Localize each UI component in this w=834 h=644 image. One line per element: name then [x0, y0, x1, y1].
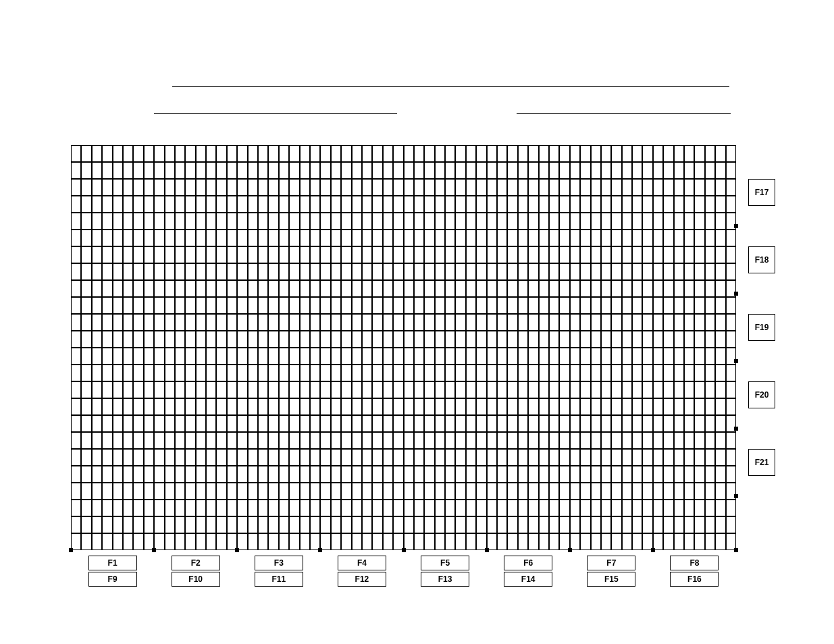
bottom-tick: [402, 548, 406, 552]
fkey-f9[interactable]: F9: [88, 572, 137, 587]
fkey-f21[interactable]: F21: [748, 449, 775, 476]
fkey-f20[interactable]: F20: [748, 381, 775, 408]
bottom-tick: [69, 548, 73, 552]
fkey-f7[interactable]: F7: [587, 556, 635, 570]
bottom-tick: [235, 548, 239, 552]
subheader-left-underline: [154, 113, 397, 114]
fkey-f17[interactable]: F17: [748, 179, 775, 206]
grid-area: [71, 145, 736, 550]
bottom-tick: [734, 548, 738, 552]
bottom-tick: [651, 548, 655, 552]
fkey-f1[interactable]: F1: [88, 556, 137, 570]
fkey-f5[interactable]: F5: [421, 556, 469, 570]
title-underline: [172, 86, 729, 87]
fkey-f2[interactable]: F2: [172, 556, 220, 570]
bottom-tick: [568, 548, 572, 552]
fkey-f6[interactable]: F6: [504, 556, 552, 570]
bottom-tick: [318, 548, 322, 552]
fkey-f8[interactable]: F8: [670, 556, 719, 570]
subheader-right-underline: [517, 113, 731, 114]
fkey-f18[interactable]: F18: [748, 246, 775, 273]
side-tick: [734, 427, 738, 431]
bottom-tick: [152, 548, 156, 552]
side-tick: [734, 224, 738, 228]
fkey-f11[interactable]: F11: [255, 572, 303, 587]
side-tick: [734, 359, 738, 363]
fkey-f15[interactable]: F15: [587, 572, 635, 587]
side-tick: [734, 292, 738, 296]
fkey-f3[interactable]: F3: [255, 556, 303, 570]
fkey-f19[interactable]: F19: [748, 314, 775, 341]
fkey-f14[interactable]: F14: [504, 572, 552, 587]
fkey-f4[interactable]: F4: [338, 556, 386, 570]
fkey-f12[interactable]: F12: [338, 572, 386, 587]
fkey-f10[interactable]: F10: [172, 572, 220, 587]
bottom-tick: [485, 548, 489, 552]
page: F1F2F3F4F5F6F7F8 F9F10F11F12F13F14F15F16…: [0, 0, 834, 644]
fkey-f13[interactable]: F13: [421, 572, 469, 587]
side-tick: [734, 494, 738, 498]
fkey-f16[interactable]: F16: [670, 572, 719, 587]
